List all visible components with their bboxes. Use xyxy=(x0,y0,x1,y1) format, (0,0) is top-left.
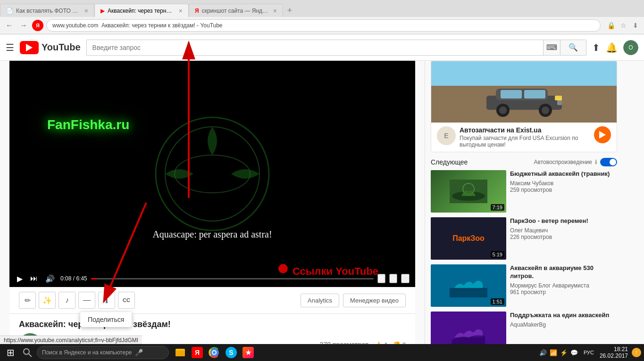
video-area: FanFishka.ru Aquascape: per aspera ad as… xyxy=(0,61,425,361)
search-bar[interactable]: ⌨ 🔍 xyxy=(86,40,586,56)
theater-button[interactable]: ▭ xyxy=(389,274,397,283)
ad-body: E Автозапчасти на Exist.ua Покупай запча… xyxy=(431,123,617,152)
tab-3-title: скриншот сайта — Яндекс... xyxy=(202,8,268,14)
settings-button[interactable]: ⚙ xyxy=(377,274,385,283)
edit-button[interactable]: ✏ xyxy=(19,292,36,309)
keyboard-icon[interactable]: ⌨ xyxy=(543,40,560,56)
sys-icon-3: ⚡ xyxy=(560,349,568,356)
taskbar-yandex[interactable]: Я xyxy=(190,345,205,360)
next-section: Следующее Автовоспроизведение ℹ xyxy=(431,158,617,166)
video-toolbar: ✏ ✨ ♪ — ℹ CC xyxy=(9,287,415,314)
avatar[interactable]: О xyxy=(623,40,638,55)
url-display: www.youtube.com Акваскейп: через тернии … xyxy=(52,22,223,29)
tab-2[interactable]: ▶ Акваскейп: через терни... × xyxy=(94,4,189,17)
video-item-title-2: ПаркЗоо - ветер перемен! xyxy=(510,217,617,225)
tab-1-favicon: 📄 xyxy=(6,8,13,14)
upload-icon[interactable]: ⬆ xyxy=(592,42,600,53)
svg-point-36 xyxy=(213,351,216,354)
video-thumb-2: ПаркЗоо 5:19 xyxy=(431,217,506,260)
share-popup-text: Поделиться xyxy=(88,316,124,323)
video-item-channel-2: Олег Мацевич xyxy=(510,227,617,234)
sidebar: E Автозапчасти на Exist.ua Покупай запча… xyxy=(425,61,623,361)
tab-1-title: Как вставлять ФОТО и ВИД... xyxy=(16,8,80,14)
autoplay-row: Автовоспроизведение ℹ xyxy=(534,158,617,166)
cc-icon: CC xyxy=(123,297,130,303)
svg-rect-21 xyxy=(450,288,487,297)
video-item-channel-4: AquaMakerBg xyxy=(510,321,617,328)
play-button[interactable]: ▶ xyxy=(15,274,25,283)
taskbar-file-manager[interactable] xyxy=(173,345,188,360)
video-subtitle: Aquascape: per aspera ad astra! xyxy=(9,229,415,240)
ad-desc: Покупай запчасти для Ford USA Excursion … xyxy=(460,135,590,148)
brand-text: FanFishka.ru xyxy=(47,117,129,132)
ad-button[interactable] xyxy=(594,126,611,143)
time-display: 0:08 / 6:45 xyxy=(60,275,87,282)
download-icon[interactable]: ⬇ xyxy=(631,21,640,30)
sys-icons: 🔊 📶 ⚡ 💬 xyxy=(539,349,578,356)
edit-icon: ✏ xyxy=(25,296,31,305)
taskbar-search-bar[interactable]: Поиск в Яндексе и на компьютере 🎤 xyxy=(37,346,169,359)
taskbar-skype[interactable]: S xyxy=(224,345,239,360)
toggle-knob xyxy=(610,159,616,165)
video-wrapper[interactable]: FanFishka.ru Aquascape: per aspera ad as… xyxy=(9,61,415,287)
new-tab-button[interactable]: + xyxy=(283,4,296,17)
star-icon[interactable]: ☆ xyxy=(619,21,628,30)
tab-1-close[interactable]: × xyxy=(84,7,88,15)
video-item-title-4: Поддръжката на един акваскейп xyxy=(510,312,617,320)
forward-button[interactable]: → xyxy=(18,20,29,31)
volume-button[interactable]: 🔊 xyxy=(43,274,57,283)
lang-indicator: РУС xyxy=(584,350,594,355)
taskbar-other[interactable]: ★ xyxy=(241,345,256,360)
fullscreen-button[interactable]: ⛶ xyxy=(401,274,410,283)
list-item[interactable]: 1:51 Акваскейп в аквариуме 530 литров. М… xyxy=(431,264,617,307)
video-manager-button[interactable]: Менеджер видео xyxy=(343,294,406,307)
svg-line-28 xyxy=(29,354,32,357)
taskbar-chrome[interactable] xyxy=(207,345,222,360)
next-button[interactable]: ⏭ xyxy=(28,274,40,283)
minus-button[interactable]: — xyxy=(78,292,95,309)
svg-rect-6 xyxy=(524,90,545,98)
url-hint: https://www.youtube.com/analytics#;fi=v-… xyxy=(0,336,142,345)
start-button[interactable]: ⊞ xyxy=(3,345,18,360)
search-button[interactable]: 🔍 xyxy=(560,40,586,56)
svg-point-8 xyxy=(499,107,507,114)
progress-bar[interactable] xyxy=(91,278,374,279)
tab-2-title: Акваскейп: через терни... xyxy=(108,8,174,14)
tab-3-close[interactable]: × xyxy=(273,7,277,15)
video-meta-1: Бюджетный акваскейп (травник) Максим Чуб… xyxy=(510,170,617,213)
tab-3[interactable]: Я скриншот сайта — Яндекс... × xyxy=(189,4,283,17)
music-button[interactable]: ♪ xyxy=(59,292,75,309)
youtube-header: ☰ YouTube ⌨ 🔍 ⬆ 🔔 О xyxy=(0,34,644,61)
taskbar: ⊞ Поиск в Яндексе и на компьютере 🎤 Я xyxy=(0,344,644,361)
thumb-duration-1: 7:19 xyxy=(491,204,504,211)
autoplay-info-icon[interactable]: ℹ xyxy=(595,159,597,165)
svg-text:ПаркЗоо: ПаркЗоо xyxy=(452,234,485,242)
video-item-views-1: 259 просмотров xyxy=(510,187,617,193)
svg-text:E: E xyxy=(444,132,448,139)
magic-button[interactable]: ✨ xyxy=(39,292,56,309)
tab-1[interactable]: 📄 Как вставлять ФОТО и ВИД... × xyxy=(0,4,94,17)
menu-icon[interactable]: ☰ xyxy=(6,42,14,53)
autoplay-toggle[interactable] xyxy=(600,158,617,166)
analytics-button[interactable]: Analytics xyxy=(301,294,339,307)
youtube-logo-icon xyxy=(20,41,39,54)
sidebar-ad: E Автозапчасти на Exist.ua Покупай запча… xyxy=(431,61,617,152)
list-item[interactable]: 7:19 Бюджетный акваскейп (травник) Макси… xyxy=(431,170,617,213)
cc-button[interactable]: CC xyxy=(118,292,135,309)
back-button[interactable]: ← xyxy=(4,20,15,31)
video-thumb-1: 7:19 xyxy=(431,170,506,213)
tab-2-close[interactable]: × xyxy=(179,7,183,15)
taskbar-search-icon[interactable] xyxy=(20,345,35,360)
youtube-logo-text: YouTube xyxy=(42,42,81,53)
address-bar[interactable]: www.youtube.com Акваскейп: через тернии … xyxy=(46,19,601,32)
info-button[interactable]: ℹ xyxy=(98,292,115,309)
list-item[interactable]: ПаркЗоо 5:19 ПаркЗоо - ветер перемен! Ол… xyxy=(431,217,617,260)
magic-icon: ✨ xyxy=(42,296,52,305)
video-controls: ▶ ⏭ 🔊 0:08 / 6:45 ⚙ ▭ ⛶ xyxy=(9,270,415,287)
youtube-logo[interactable]: YouTube xyxy=(20,41,81,54)
video-item-title-1: Бюджетный акваскейп (травник) xyxy=(510,170,617,178)
taskbar-mic-icon: 🎤 xyxy=(135,349,143,356)
video-meta-2: ПаркЗоо - ветер перемен! Олег Мацевич 22… xyxy=(510,217,617,260)
bell-icon[interactable]: 🔔 xyxy=(606,42,618,53)
search-input[interactable] xyxy=(86,40,543,56)
